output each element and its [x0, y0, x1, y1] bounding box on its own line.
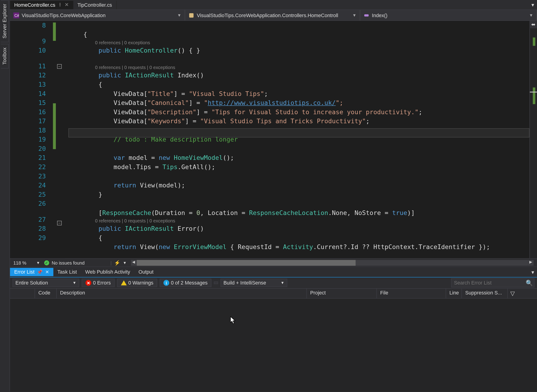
bottom-tool-window: Error List 📌 ✕ Task List Web Publish Act…: [10, 267, 537, 392]
tab-overflow-button[interactable]: ▾: [529, 2, 537, 8]
error-icon: ✕: [86, 280, 91, 286]
column-file[interactable]: File: [377, 289, 446, 298]
editor-status-bar: 118 % ▼ ✓ No issues found | ⚡ ▼ ◀ ▶: [10, 258, 537, 267]
errors-filter-button[interactable]: ✕ 0 Errors: [82, 279, 114, 287]
column-project[interactable]: Project: [307, 289, 377, 298]
csharp-project-icon: C#: [14, 12, 19, 18]
toolbox-tab[interactable]: Toolbox: [1, 44, 9, 69]
chevron-down-icon: ▼: [280, 281, 284, 285]
nav-project-label: VisualStudioTips.CoreWebApplication: [22, 12, 105, 18]
overview-ruler[interactable]: ⬌: [529, 21, 537, 258]
search-input[interactable]: [451, 278, 534, 288]
divider: |: [110, 260, 112, 265]
column-severity[interactable]: [10, 289, 35, 298]
column-line[interactable]: Line: [446, 289, 462, 298]
nav-member-label: Index(): [372, 12, 387, 18]
split-horizontal-icon[interactable]: ⬌: [529, 21, 537, 28]
code-editor[interactable]: 8 9 10 11 12 13 14 15 16 17 18 19 20 21 …: [10, 21, 537, 258]
nav-class-label: VisualStudioTips.CoreWebApplication.Cont…: [197, 12, 338, 18]
error-list-toolbar: Entire Solution ▼ ✕ 0 Errors 0 Warnings …: [10, 277, 537, 289]
pin-icon[interactable]: [58, 2, 62, 8]
navigation-bar: C# VisualStudioTips.CoreWebApplication ▼…: [10, 10, 537, 21]
pin-icon[interactable]: 📌: [37, 269, 43, 275]
svg-text:C#: C#: [14, 14, 19, 17]
close-icon[interactable]: [64, 2, 69, 8]
nav-member-dropdown[interactable]: Index() ▼: [360, 10, 537, 20]
left-rail: Server Explorer Toolbox: [0, 0, 10, 392]
zoom-dropdown[interactable]: 118 % ▼: [12, 260, 42, 265]
scope-dropdown[interactable]: Entire Solution ▼: [13, 279, 79, 287]
line-number-gutter: 8 9 10 11 12 13 14 15 16 17 18 19 20 21 …: [10, 21, 56, 258]
tab-error-list[interactable]: Error List 📌 ✕: [10, 268, 53, 276]
nav-class-dropdown[interactable]: VisualStudioTips.CoreWebApplication.Cont…: [185, 10, 360, 20]
fold-toggle[interactable]: −: [57, 221, 62, 225]
messages-filter-button[interactable]: i 0 of 2 Messages: [160, 279, 211, 287]
file-tab-tip-controller[interactable]: TipController.cs: [73, 1, 117, 9]
file-tab-home-controller[interactable]: HomeController.cs: [10, 1, 73, 9]
chevron-down-icon: ▼: [352, 13, 356, 18]
chevron-down-icon: ▼: [123, 261, 127, 265]
tab-task-list[interactable]: Task List: [53, 268, 81, 276]
nav-project-dropdown[interactable]: C# VisualStudioTips.CoreWebApplication ▼: [10, 10, 185, 20]
chevron-down-icon: ▼: [36, 261, 40, 265]
svg-rect-3: [364, 14, 369, 16]
horizontal-scrollbar[interactable]: ◀ ▶: [131, 260, 533, 266]
tab-web-publish[interactable]: Web Publish Activity: [81, 268, 134, 276]
check-icon: ✓: [44, 260, 49, 265]
close-icon[interactable]: ✕: [45, 269, 49, 275]
error-list-column-headers: Code Description Project File Line Suppr…: [10, 289, 537, 299]
chevron-down-icon: ▼: [177, 13, 181, 18]
codelens-ctor[interactable]: 0 references | 0 exceptions: [68, 39, 530, 46]
lightning-icon[interactable]: ⚡: [114, 260, 120, 266]
tab-output[interactable]: Output: [134, 268, 158, 276]
method-icon: [364, 12, 369, 18]
codelens-index[interactable]: 0 references | 0 requests | 0 exceptions: [68, 64, 530, 71]
svg-rect-2: [189, 13, 194, 17]
outlining-margin: − −: [56, 21, 65, 258]
clear-filters-button[interactable]: [214, 281, 218, 284]
info-icon: i: [163, 280, 169, 286]
class-icon: [189, 12, 194, 18]
server-explorer-tab[interactable]: Server Explorer: [1, 0, 9, 42]
fold-toggle[interactable]: −: [57, 64, 62, 69]
tool-window-tabs: Error List 📌 ✕ Task List Web Publish Act…: [10, 267, 537, 277]
filter-icon[interactable]: ▽: [508, 289, 517, 298]
warning-icon: [121, 280, 127, 285]
file-tabs: HomeController.cs TipController.cs ▾: [10, 0, 537, 10]
file-tab-label: HomeController.cs: [14, 2, 55, 8]
column-description[interactable]: Description: [57, 289, 307, 298]
mouse-cursor-icon: [230, 316, 237, 325]
build-intellisense-dropdown[interactable]: Build + IntelliSense ▼: [220, 279, 287, 287]
codelens-error[interactable]: 0 references | 0 requests | 0 exceptions: [68, 218, 530, 224]
file-tab-label: TipController.cs: [77, 2, 112, 8]
warnings-filter-button[interactable]: 0 Warnings: [117, 279, 157, 287]
error-list-body[interactable]: [10, 299, 537, 392]
search-icon[interactable]: 🔍: [526, 279, 533, 286]
code-text-area[interactable]: { 0 references | 0 exceptions public Hom…: [65, 21, 529, 258]
search-error-list[interactable]: 🔍: [451, 278, 534, 288]
issues-label: No issues found: [52, 260, 85, 265]
chevron-down-icon: ▼: [529, 13, 533, 18]
tool-window-overflow[interactable]: ▾: [529, 269, 537, 275]
column-code[interactable]: Code: [35, 289, 57, 298]
scroll-right-button[interactable]: ▶: [528, 260, 533, 266]
scroll-left-button[interactable]: ◀: [131, 260, 137, 266]
chevron-down-icon: ▼: [73, 281, 76, 285]
column-suppression[interactable]: Suppression S...: [462, 289, 508, 298]
